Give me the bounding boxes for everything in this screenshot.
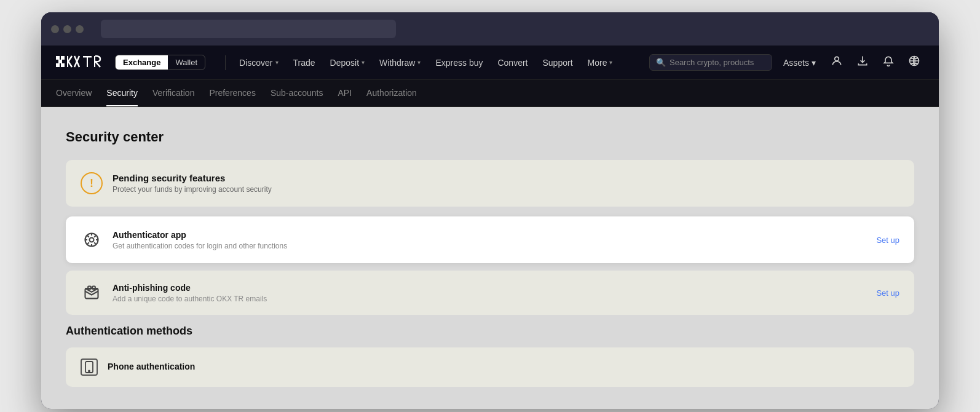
page-title: Security center [66,129,914,145]
notification-icon[interactable] [879,52,898,73]
svg-rect-5 [67,56,68,67]
svg-rect-1 [61,56,65,60]
sub-nav-preferences[interactable]: Preferences [209,81,255,106]
sub-nav: Overview Security Verification Preferenc… [41,80,939,107]
svg-line-13 [95,61,100,67]
nav-item-withdraw[interactable]: Withdraw ▾ [373,53,427,73]
url-bar[interactable] [101,20,396,38]
exchange-wallet-toggle: Exchange Wallet [115,55,205,70]
authenticator-info: Authenticator app Get authentication cod… [113,230,866,250]
chevron-down-icon: ▾ [812,58,816,68]
search-icon: 🔍 [656,58,666,67]
search-box[interactable]: 🔍 Search crypto, products [649,54,772,71]
traffic-lights [51,25,84,33]
nav-item-trade[interactable]: Trade [287,53,322,73]
assets-button[interactable]: Assets ▾ [778,55,821,70]
sub-nav-overview[interactable]: Overview [56,81,92,106]
logo-text [56,53,105,71]
nav-item-more[interactable]: More ▾ [582,53,619,73]
svg-rect-12 [94,56,95,67]
phone-icon [81,359,98,376]
authenticator-app-card: Authenticator app Get authentication cod… [66,216,914,263]
download-icon[interactable] [853,52,872,73]
warning-icon: ! [81,172,103,194]
anti-phishing-setup-link[interactable]: Set up [876,288,899,298]
traffic-light-red [51,25,59,33]
anti-phishing-icon [81,282,103,304]
pending-text: Pending security features Protect your f… [113,173,272,194]
nav-items: Discover ▾ Trade Deposit ▾ Withdraw ▾ Ex… [233,53,649,73]
anti-phishing-card: Anti-phishing code Add a unique code to … [66,271,914,315]
sub-nav-authorization[interactable]: Authorization [366,81,417,106]
nav-right: 🔍 Search crypto, products Assets ▾ [649,52,924,73]
svg-point-17 [90,238,94,242]
chevron-down-icon: ▾ [275,59,279,66]
browser-chrome [41,12,939,46]
globe-icon[interactable] [904,52,924,73]
svg-rect-4 [61,63,65,67]
phone-auth-info: Phone authentication [108,362,899,373]
nav-item-support[interactable]: Support [537,53,579,73]
navbar: Exchange Wallet Discover ▾ Trade Deposit… [41,46,939,80]
sub-nav-security[interactable]: Security [106,81,138,106]
svg-point-22 [89,371,90,372]
phone-auth-card: Phone authentication [66,347,914,387]
svg-rect-2 [58,60,62,63]
auth-methods-title: Authentication methods [66,325,914,338]
svg-rect-11 [87,56,88,67]
sub-nav-sub-accounts[interactable]: Sub-accounts [271,81,323,106]
exchange-tab[interactable]: Exchange [116,55,168,69]
page-content: Security center ! Pending security featu… [41,107,939,409]
nav-item-deposit[interactable]: Deposit ▾ [324,53,371,73]
traffic-light-green [76,25,84,33]
sub-nav-verification[interactable]: Verification [152,81,194,106]
chevron-down-icon: ▾ [362,59,365,66]
svg-point-14 [835,57,839,61]
anti-phishing-info: Anti-phishing code Add a unique code to … [113,283,866,303]
nav-divider [225,55,226,70]
svg-line-7 [68,61,72,67]
browser-window: Exchange Wallet Discover ▾ Trade Deposit… [41,12,939,409]
svg-rect-20 [92,287,95,290]
chevron-down-icon: ▾ [609,59,612,66]
wallet-tab[interactable]: Wallet [168,55,205,69]
svg-rect-19 [88,287,91,290]
nav-item-express-buy[interactable]: Express buy [429,53,489,73]
nav-item-convert[interactable]: Convert [491,53,534,73]
authenticator-icon [81,229,103,251]
svg-rect-0 [56,56,60,60]
svg-line-6 [68,56,72,61]
logo [56,53,105,71]
chevron-down-icon: ▾ [417,59,421,66]
traffic-light-yellow [63,25,71,33]
authenticator-setup-link[interactable]: Set up [876,236,899,245]
profile-icon[interactable] [827,52,847,73]
nav-item-discover[interactable]: Discover ▾ [233,53,284,73]
sub-nav-api[interactable]: API [338,81,352,106]
svg-rect-3 [56,63,60,67]
pending-security-banner: ! Pending security features Protect your… [66,160,914,207]
